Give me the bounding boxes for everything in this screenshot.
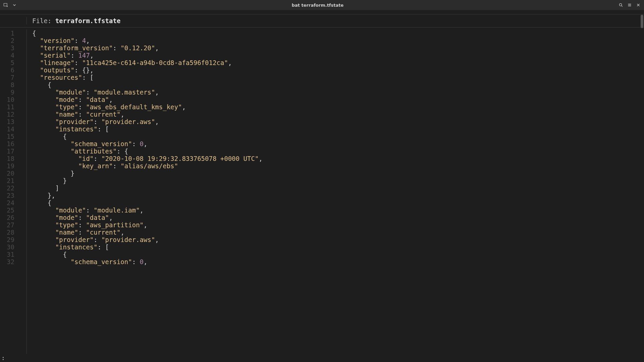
code-line: "module": "module.masters", [32, 88, 262, 96]
line-number: 3 [0, 44, 14, 52]
pager-status-line[interactable]: : [0, 354, 644, 361]
line-number: 13 [0, 118, 14, 125]
file-header-prefix: File: [32, 17, 55, 24]
code-line: "schema_version": 0, [32, 140, 262, 147]
line-number: 23 [0, 192, 14, 199]
code-line: "lineage": "11ca425e-c614-a94b-0cd8-afa5… [32, 59, 262, 66]
code-line: { [32, 199, 262, 206]
close-icon [636, 3, 641, 7]
search-button[interactable] [617, 1, 625, 9]
window-title: bat terraform.tfstate [18, 3, 617, 8]
tab-dropdown-button[interactable] [11, 1, 18, 9]
line-number: 5 [0, 59, 14, 66]
line-number: 19 [0, 162, 14, 170]
code-line: { [32, 81, 262, 88]
code-line: "terraform_version": "0.12.20", [32, 44, 262, 52]
code-line: } [32, 170, 262, 177]
code-line: "version": 4, [32, 37, 262, 44]
line-number: 30 [0, 243, 14, 251]
search-icon [618, 3, 623, 7]
close-window-button[interactable] [635, 1, 642, 9]
code-line: "resources": [ [32, 74, 262, 81]
line-number: 22 [0, 184, 14, 192]
file-header-filename: terraform.tfstate [55, 17, 120, 24]
code-line: "provider": "provider.aws", [32, 118, 262, 125]
line-number: 12 [0, 111, 14, 118]
line-number: 10 [0, 96, 14, 103]
code-line: "mode": "data", [32, 96, 262, 103]
code-line: "outputs": {}, [32, 66, 262, 74]
line-number: 6 [0, 66, 14, 74]
line-number: 16 [0, 140, 14, 147]
line-number: 4 [0, 52, 14, 59]
code-line: { [32, 251, 262, 258]
code-line: "id": "2020-10-08 19:29:32.833765078 +00… [32, 155, 262, 162]
terminal-plus-icon [3, 3, 8, 7]
svg-rect-0 [4, 3, 7, 6]
code-line: } [32, 177, 262, 184]
code-line: "serial": 147, [32, 52, 262, 59]
code-line: }, [32, 192, 262, 199]
pager-prompt: : [1, 354, 5, 361]
titlebar-separator [0, 10, 644, 14]
line-number: 24 [0, 199, 14, 206]
line-number: 15 [0, 133, 14, 140]
hamburger-icon [627, 3, 632, 7]
code-line: "type": "aws_ebs_default_kms_key", [32, 103, 262, 111]
line-number-gutter: 1234567891011121314151617181920212223242… [0, 29, 27, 354]
line-number: 11 [0, 103, 14, 111]
code-line: "instances": [ [32, 243, 262, 251]
line-number: 31 [0, 251, 14, 258]
line-number: 17 [0, 147, 14, 155]
code-viewport[interactable]: 1234567891011121314151617181920212223242… [0, 27, 644, 354]
line-number: 9 [0, 88, 14, 96]
line-number: 21 [0, 177, 14, 184]
code-line: { [32, 29, 262, 37]
code-line: "name": "current", [32, 229, 262, 236]
code-line: "name": "current", [32, 111, 262, 118]
menu-button[interactable] [626, 1, 633, 9]
svg-point-3 [620, 4, 622, 6]
line-number: 26 [0, 214, 14, 221]
line-number: 1 [0, 29, 14, 37]
code-line: "module": "module.iam", [32, 206, 262, 214]
line-number: 18 [0, 155, 14, 162]
code-line: "schema_version": 0, [32, 258, 262, 265]
line-number: 7 [0, 74, 14, 81]
line-number: 14 [0, 125, 14, 133]
line-number: 8 [0, 81, 14, 88]
window-titlebar: bat terraform.tfstate [0, 0, 644, 10]
line-number: 2 [0, 37, 14, 44]
file-header: File: terraform.tfstate [0, 14, 644, 27]
svg-line-4 [622, 6, 623, 7]
line-number: 32 [0, 258, 14, 265]
code-line: "key_arn": "alias/aws/ebs" [32, 162, 262, 170]
chevron-down-icon [12, 3, 17, 7]
code-line: "instances": [ [32, 125, 262, 133]
code-line: "type": "aws_partition", [32, 221, 262, 229]
new-tab-button[interactable] [2, 1, 9, 9]
code-line: "attributes": { [32, 147, 262, 155]
code-line: ] [32, 184, 262, 192]
vertical-scrollbar[interactable] [641, 15, 643, 28]
line-number: 27 [0, 221, 14, 229]
code-content: { "version": 4, "terraform_version": "0.… [27, 29, 262, 354]
code-line: { [32, 133, 262, 140]
code-line: "mode": "data", [32, 214, 262, 221]
line-number: 25 [0, 206, 14, 214]
code-line: "provider": "provider.aws", [32, 236, 262, 243]
line-number: 28 [0, 229, 14, 236]
line-number: 20 [0, 170, 14, 177]
line-number: 29 [0, 236, 14, 243]
